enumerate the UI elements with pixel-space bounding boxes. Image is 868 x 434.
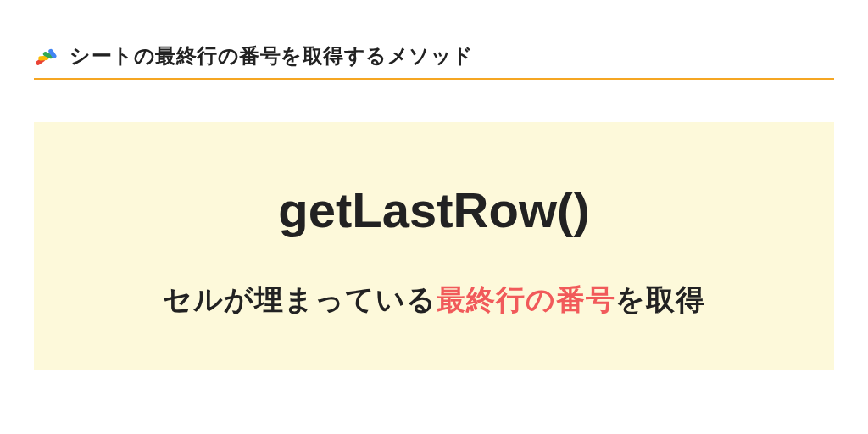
apps-script-icon <box>34 44 58 68</box>
method-description: セルが埋まっている最終行の番号を取得 <box>68 281 800 320</box>
header-title: シートの最終行の番号を取得するメソッド <box>70 42 474 70</box>
desc-highlight: 最終行の番号 <box>437 283 615 315</box>
desc-prefix: セルが埋まっている <box>163 283 437 315</box>
method-name: getLastRow() <box>68 181 800 238</box>
desc-suffix: を取得 <box>615 283 705 315</box>
method-highlight-box: getLastRow() セルが埋まっている最終行の番号を取得 <box>34 122 834 370</box>
header-section: シートの最終行の番号を取得するメソッド <box>34 42 834 80</box>
